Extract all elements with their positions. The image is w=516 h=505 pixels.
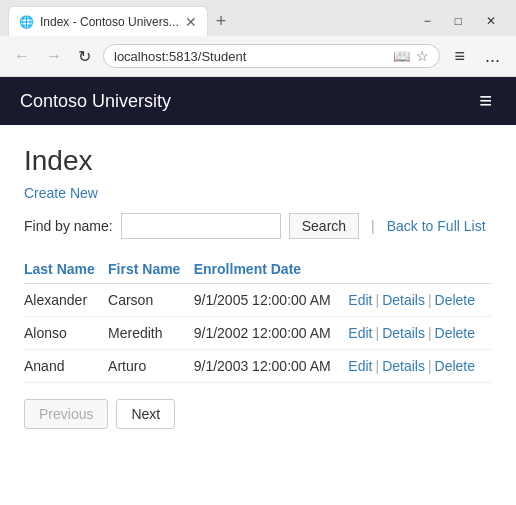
details-link[interactable]: Details bbox=[382, 292, 425, 308]
table-row: Alexander Carson 9/1/2005 12:00:00 AM Ed… bbox=[24, 284, 492, 317]
delete-link[interactable]: Delete bbox=[435, 292, 475, 308]
search-form: Find by name: Search | Back to Full List bbox=[24, 213, 492, 239]
cell-enrollment-date: 9/1/2002 12:00:00 AM bbox=[194, 317, 349, 350]
more-button[interactable]: ... bbox=[479, 44, 506, 69]
page-title: Index bbox=[24, 145, 492, 177]
page-content: Index Create New Find by name: Search | … bbox=[0, 125, 516, 505]
refresh-button[interactable]: ↻ bbox=[74, 45, 95, 68]
action-sep: | bbox=[428, 292, 432, 308]
tab-title: Index - Contoso Univers... bbox=[40, 15, 179, 29]
tab-bar: 🌐 Index - Contoso Univers... ✕ + − □ ✕ bbox=[0, 0, 516, 36]
cell-enrollment-date: 9/1/2005 12:00:00 AM bbox=[194, 284, 349, 317]
url-text: localhost:5813/Student bbox=[114, 49, 387, 64]
address-bar: ← → ↻ localhost:5813/Student 📖 ☆ ≡ ... bbox=[0, 36, 516, 76]
edit-link[interactable]: Edit bbox=[348, 325, 372, 341]
cell-first-name: Arturo bbox=[108, 350, 194, 383]
minimize-button[interactable]: − bbox=[412, 10, 443, 32]
action-sep: | bbox=[428, 358, 432, 374]
table-row: Alonso Meredith 9/1/2002 12:00:00 AM Edi… bbox=[24, 317, 492, 350]
table-row: Anand Arturo 9/1/2003 12:00:00 AM Edit |… bbox=[24, 350, 492, 383]
window-close-button[interactable]: ✕ bbox=[474, 10, 508, 32]
pagination: Previous Next bbox=[24, 399, 492, 429]
previous-button[interactable]: Previous bbox=[24, 399, 108, 429]
students-table: Last Name First Name Enrollment Date Ale… bbox=[24, 255, 492, 383]
browser-chrome: 🌐 Index - Contoso Univers... ✕ + − □ ✕ ←… bbox=[0, 0, 516, 77]
star-icon[interactable]: ☆ bbox=[416, 48, 429, 64]
action-sep: | bbox=[428, 325, 432, 341]
cell-actions: Edit | Details | Delete bbox=[348, 317, 492, 350]
tab-close-button[interactable]: ✕ bbox=[185, 15, 197, 29]
hamburger-menu-button[interactable]: ≡ bbox=[475, 84, 496, 118]
separator: | bbox=[371, 218, 375, 234]
back-to-full-list-link[interactable]: Back to Full List bbox=[387, 218, 486, 234]
details-link[interactable]: Details bbox=[382, 325, 425, 341]
action-sep: | bbox=[375, 358, 379, 374]
search-input[interactable] bbox=[121, 213, 281, 239]
delete-link[interactable]: Delete bbox=[435, 325, 475, 341]
maximize-button[interactable]: □ bbox=[443, 10, 474, 32]
edit-link[interactable]: Edit bbox=[348, 292, 372, 308]
table-header-row: Last Name First Name Enrollment Date bbox=[24, 255, 492, 284]
menu-button[interactable]: ≡ bbox=[448, 44, 471, 69]
cell-last-name: Alexander bbox=[24, 284, 108, 317]
window-controls: − □ ✕ bbox=[412, 10, 508, 32]
new-tab-button[interactable]: + bbox=[208, 8, 235, 34]
cell-last-name: Anand bbox=[24, 350, 108, 383]
cell-last-name: Alonso bbox=[24, 317, 108, 350]
edit-link[interactable]: Edit bbox=[348, 358, 372, 374]
search-button[interactable]: Search bbox=[289, 213, 359, 239]
active-tab[interactable]: 🌐 Index - Contoso Univers... ✕ bbox=[8, 6, 208, 36]
action-sep: | bbox=[375, 292, 379, 308]
back-button[interactable]: ← bbox=[10, 45, 34, 67]
cell-actions: Edit | Details | Delete bbox=[348, 284, 492, 317]
cell-first-name: Carson bbox=[108, 284, 194, 317]
cell-actions: Edit | Details | Delete bbox=[348, 350, 492, 383]
create-new-link[interactable]: Create New bbox=[24, 185, 98, 201]
action-sep: | bbox=[375, 325, 379, 341]
tab-icon: 🌐 bbox=[19, 15, 34, 29]
details-link[interactable]: Details bbox=[382, 358, 425, 374]
col-last-name: Last Name bbox=[24, 255, 108, 284]
reader-icon[interactable]: 📖 bbox=[393, 48, 410, 64]
col-enrollment-date: Enrollment Date bbox=[194, 255, 349, 284]
cell-first-name: Meredith bbox=[108, 317, 194, 350]
app-navbar: Contoso University ≡ bbox=[0, 77, 516, 125]
cell-enrollment-date: 9/1/2003 12:00:00 AM bbox=[194, 350, 349, 383]
next-button[interactable]: Next bbox=[116, 399, 175, 429]
forward-button[interactable]: → bbox=[42, 45, 66, 67]
app-title: Contoso University bbox=[20, 91, 171, 112]
url-box[interactable]: localhost:5813/Student 📖 ☆ bbox=[103, 44, 440, 68]
delete-link[interactable]: Delete bbox=[435, 358, 475, 374]
search-label: Find by name: bbox=[24, 218, 113, 234]
col-first-name: First Name bbox=[108, 255, 194, 284]
col-actions bbox=[348, 255, 492, 284]
